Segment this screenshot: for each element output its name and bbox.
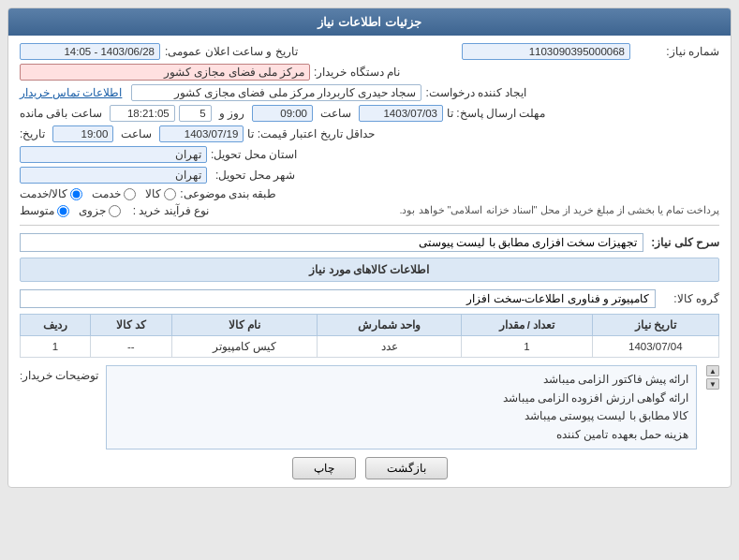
radio-motovasset-label: متوسط xyxy=(20,204,54,217)
saat-label: ساعت xyxy=(320,107,351,120)
tabaqe-label: طبقه بندی موضوعی: xyxy=(180,187,276,200)
sarkenli-row: سرح کلی نیاز: xyxy=(20,233,719,252)
radio-khadamat[interactable]: خدمت xyxy=(92,187,136,200)
shomare-niaz-group: شماره نیاز: xyxy=(462,43,719,60)
shomare-niaz-label: شماره نیاز: xyxy=(635,45,719,58)
hadaqal-date-input[interactable] xyxy=(159,125,244,142)
mohlat-time-input[interactable] xyxy=(252,105,313,122)
tawzih-section: ▲ ▼ ارائه پیش فاکتور الزامی میباشدارائه … xyxy=(20,365,719,449)
sarkenli-label: سرح کلی نیاز: xyxy=(651,236,719,249)
row-hadaqal: حداقل تاریخ اعتبار قیمت: تا ساعت تاریخ: xyxy=(20,125,719,142)
radio-kala-input[interactable] xyxy=(164,188,176,200)
ostan-input[interactable] xyxy=(20,146,207,163)
radio-jozvi[interactable]: جزوی xyxy=(79,204,121,217)
tawzih-box: ارائه پیش فاکتور الزامی میباشدارائه گواه… xyxy=(106,365,697,449)
radio-kala-khadamat[interactable]: کالا/خدمت xyxy=(20,187,82,200)
section-title: اطلاعات کالاهای مورد نیاز xyxy=(20,258,719,282)
tarikh-placeholder: تاریخ: xyxy=(20,127,45,140)
tabaqe-radio-group: کالا خدمت کالا/خدمت xyxy=(20,187,176,200)
tarikh-saat-label: تاریخ و ساعت اعلان عمومی: xyxy=(165,45,298,58)
scroll-up-arrow[interactable]: ▲ xyxy=(706,365,719,376)
row-shahr: شهر محل تحویل: xyxy=(20,167,719,184)
baqi-mande-label: ساعت باقی مانده xyxy=(20,107,102,120)
row-mohlat: مهلت ارسال پاسخ: تا ساعت روز و ساعت باقی… xyxy=(20,105,719,122)
cell-tedad: 1 xyxy=(462,336,592,358)
radio-kala-khadamat-input[interactable] xyxy=(70,188,82,200)
radio-kala-label: کالا xyxy=(145,187,161,200)
table-header-row: تاریخ نیاز تعداد / مقدار واحد شمارش نام … xyxy=(21,315,719,336)
naw-niaz-label: نوع فرآیند خرید : xyxy=(125,204,209,217)
chap-button[interactable]: چاپ xyxy=(292,457,356,479)
row-tabaqe: طبقه بندی موضوعی: کالا خدمت کالا/خدمت xyxy=(20,187,719,200)
radio-kala[interactable]: کالا xyxy=(145,187,176,200)
tawzih-line: کالا مطابق با لیست پیوستی میباشد xyxy=(114,407,688,426)
tawzih-label: توضیحات خریدار: xyxy=(20,365,98,382)
naw-niaz-note: پرداخت تمام یا بخشی از مبلغ خرید از محل … xyxy=(220,204,719,216)
row-ostan: استان محل تحویل: xyxy=(20,146,719,163)
ijad-konande-input[interactable] xyxy=(131,84,421,101)
hadaqal-time-input[interactable] xyxy=(52,125,113,142)
col-vahed: واحد شمارش xyxy=(318,315,462,336)
table-row: 1403/07/04 1 عدد کیس کامپیوتر -- 1 xyxy=(21,336,719,358)
radio-khadamat-label: خدمت xyxy=(92,187,121,200)
tawzih-line: هزینه حمل بعهده تامین کننده xyxy=(114,426,688,445)
col-tarikh-niaz: تاریخ نیاز xyxy=(592,315,718,336)
page-container: جزئیات اطلاعات نیاز شماره نیاز: تاریخ و … xyxy=(0,0,739,560)
nam-dastgah-label: نام دستگاه خریدار: xyxy=(314,66,400,79)
nam-dastgah-input[interactable] xyxy=(20,64,310,81)
tarikh-saat-input[interactable] xyxy=(20,43,160,60)
main-card: جزئیات اطلاعات نیاز شماره نیاز: تاریخ و … xyxy=(7,7,732,488)
scroll-down-arrow[interactable]: ▼ xyxy=(706,378,719,390)
hadaqal-label: حداقل تاریخ اعتبار قیمت: تا xyxy=(247,127,375,140)
shahr-input[interactable] xyxy=(20,167,207,184)
radio-jozvi-input[interactable] xyxy=(109,205,121,217)
tamas-kharida-link[interactable]: اطلاعات تماس خریدار xyxy=(20,86,122,99)
mohlat-saat-input[interactable] xyxy=(110,105,175,122)
radio-motovasset[interactable]: متوسط xyxy=(20,204,69,217)
scroll-arrows: ▲ ▼ xyxy=(706,365,719,390)
cell-radif: 1 xyxy=(21,336,91,358)
shahr-label: شهر محل تحویل: xyxy=(211,169,295,182)
cell-kod-kala: -- xyxy=(90,336,171,358)
hadaqal-saat-label: ساعت xyxy=(121,127,152,140)
radio-khadamat-input[interactable] xyxy=(124,188,136,200)
radio-motovasset-input[interactable] xyxy=(57,205,69,217)
row-ijad-konande: ایجاد کننده درخواست: اطلاعات تماس خریدار xyxy=(20,84,719,101)
cell-vahed: عدد xyxy=(318,336,462,358)
card-header: جزئیات اطلاعات نیاز xyxy=(8,8,731,36)
col-nam-kala: نام کالا xyxy=(171,315,318,336)
radio-jozvi-label: جزوی xyxy=(79,204,106,217)
buttons-row: بازگشت چاپ xyxy=(20,457,719,479)
mohlat-rooz-input[interactable] xyxy=(179,105,212,122)
products-table: تاریخ نیاز تعداد / مقدار واحد شمارش نام … xyxy=(20,314,719,358)
row-nam-dastgah: نام دستگاه خریدار: xyxy=(20,64,719,81)
shomare-niaz-input[interactable] xyxy=(462,43,630,60)
cell-tarikh: 1403/07/04 xyxy=(592,336,718,358)
tawzih-line: ارائه گواهی ارزش افزوده الزامی میباشد xyxy=(114,390,688,408)
col-radif: ردیف xyxy=(21,315,91,336)
row-shomare-tarikh: شماره نیاز: تاریخ و ساعت اعلان عمومی: xyxy=(20,43,719,60)
group-kala-input[interactable] xyxy=(20,289,656,308)
bazgasht-button[interactable]: بازگشت xyxy=(365,457,448,479)
naw-niaz-radio-group: جزوی متوسط xyxy=(20,204,121,217)
ostan-label: استان محل تحویل: xyxy=(211,148,297,161)
page-title: جزئیات اطلاعات نیاز xyxy=(318,15,421,29)
divider-1 xyxy=(20,225,719,226)
ijad-konande-label: ایجاد کننده درخواست: xyxy=(425,86,526,99)
sarkenli-input[interactable] xyxy=(20,233,643,252)
mohlat-date-input[interactable] xyxy=(359,105,443,122)
rooz-label: روز و xyxy=(219,107,244,120)
col-tedad: تعداد / مقدار xyxy=(462,315,592,336)
tawzih-line: ارائه پیش فاکتور الزامی میباشد xyxy=(114,371,688,390)
group-kala-row: گروه کالا: xyxy=(20,289,719,308)
radio-kala-khadamat-label: کالا/خدمت xyxy=(20,187,67,200)
row-naw-niaz: پرداخت تمام یا بخشی از مبلغ خرید از محل … xyxy=(20,204,719,217)
col-kod-kala: کد کالا xyxy=(90,315,171,336)
card-body: شماره نیاز: تاریخ و ساعت اعلان عمومی: نا… xyxy=(8,36,731,487)
tarikh-saat-group: تاریخ و ساعت اعلان عمومی: xyxy=(20,43,298,60)
group-kala-label: گروه کالا: xyxy=(663,292,719,305)
mohlat-label: مهلت ارسال پاسخ: تا xyxy=(447,107,545,120)
cell-nam-kala: کیس کامپیوتر xyxy=(171,336,318,358)
